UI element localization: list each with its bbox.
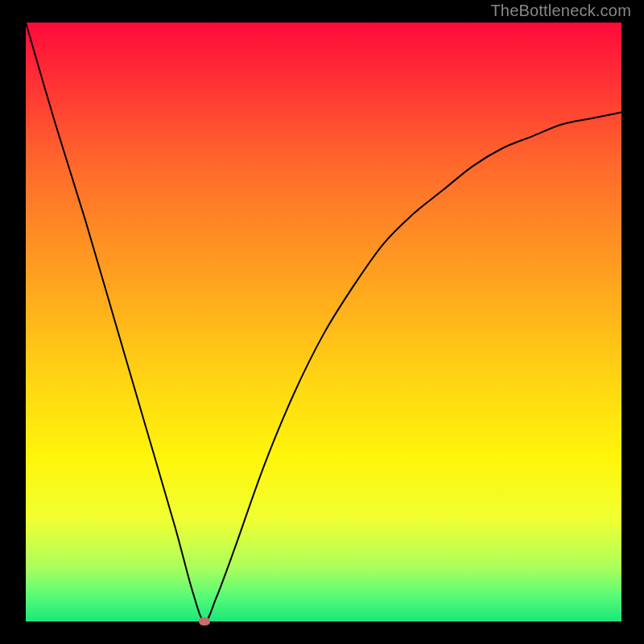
watermark-text: TheBottleneck.com [490,2,631,20]
chart-frame: TheBottleneck.com [0,0,644,644]
minimum-marker [199,617,210,625]
bottleneck-curve [26,23,621,621]
plot-area [26,23,621,621]
curve-svg [26,23,621,621]
